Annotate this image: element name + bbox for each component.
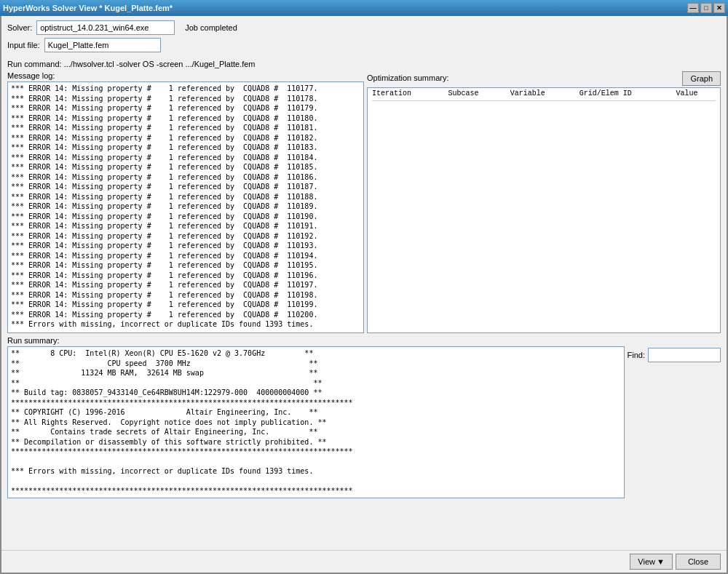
find-area: Find: — [628, 346, 721, 498]
close-window-button[interactable]: ✕ — [713, 3, 725, 13]
input-file-input[interactable] — [44, 38, 161, 52]
opt-table: Iteration Subcase Variable Grid/Elem ID … — [368, 88, 720, 103]
opt-table-area[interactable]: Iteration Subcase Variable Grid/Elem ID … — [367, 87, 721, 333]
run-command-area: Run command: .../hwsolver.tcl -solver OS… — [1, 58, 727, 71]
top-panels: Message log: *** ERROR 14: Missing prope… — [7, 71, 721, 333]
form-area: Solver: Job completed Input file: — [1, 16, 727, 58]
message-log-area[interactable]: *** ERROR 14: Missing property # 1 refer… — [7, 81, 364, 333]
run-command-value: .../hwsolver.tcl -solver OS -screen .../… — [64, 60, 256, 68]
solver-input[interactable] — [36, 20, 175, 35]
run-summary-log-content: ** 8 CPU: Intel(R) Xeon(R) CPU E5-1620 v… — [11, 348, 621, 496]
input-file-label: Input file: — [7, 41, 40, 49]
run-summary-content: ** 8 CPU: Intel(R) Xeon(R) CPU E5-1620 v… — [7, 346, 721, 498]
view-button[interactable]: View ▼ — [630, 554, 673, 570]
graph-button[interactable]: Graph — [682, 71, 721, 86]
title-text: HyperWorks Solver View * Kugel_Platte.fe… — [3, 4, 173, 12]
bottom-bar: View ▼ Close — [1, 550, 727, 573]
col-iteration: Iteration — [368, 88, 443, 99]
message-log-label: Message log: — [7, 71, 364, 80]
run-command-label: Run command: — [7, 60, 62, 68]
view-chevron-icon: ▼ — [657, 557, 665, 566]
close-button[interactable]: Close — [676, 554, 721, 570]
optimization-summary-panel: Optimization summary: Graph Iteration Su… — [367, 71, 721, 333]
message-log-content: *** ERROR 14: Missing property # 1 refer… — [11, 84, 360, 330]
col-variable: Variable — [506, 88, 575, 99]
message-log-panel: Message log: *** ERROR 14: Missing prope… — [7, 71, 364, 333]
input-file-row: Input file: — [7, 38, 721, 52]
main-window: Solver: Job completed Input file: Run co… — [0, 16, 728, 574]
title-bar: HyperWorks Solver View * Kugel_Platte.fe… — [0, 0, 728, 16]
col-grid-elem-id: Grid/Elem ID — [575, 88, 672, 99]
content-area: Message log: *** ERROR 14: Missing prope… — [1, 71, 727, 550]
find-label: Find: — [628, 351, 645, 359]
title-bar-controls: — □ ✕ — [687, 3, 725, 13]
maximize-button[interactable]: □ — [700, 3, 712, 13]
col-value: Value — [672, 88, 720, 99]
job-status: Job completed — [185, 23, 237, 32]
solver-row: Solver: Job completed — [7, 20, 721, 35]
run-summary-panel: Run summary: ** 8 CPU: Intel(R) Xeon(R) … — [7, 336, 721, 498]
opt-summary-label: Optimization summary: — [367, 73, 448, 82]
opt-header: Optimization summary: Graph — [367, 71, 721, 86]
find-row: Find: — [628, 348, 721, 362]
view-label: View — [638, 557, 655, 566]
col-subcase: Subcase — [443, 88, 505, 99]
opt-table-body — [368, 99, 720, 103]
minimize-button[interactable]: — — [687, 3, 699, 13]
title-bar-title: HyperWorks Solver View * Kugel_Platte.fe… — [3, 4, 173, 12]
run-summary-label: Run summary: — [7, 336, 721, 345]
find-input[interactable] — [648, 348, 721, 362]
solver-label: Solver: — [7, 23, 32, 32]
opt-table-header-row: Iteration Subcase Variable Grid/Elem ID … — [368, 88, 720, 99]
run-summary-log-area[interactable]: ** 8 CPU: Intel(R) Xeon(R) CPU E5-1620 v… — [7, 346, 625, 498]
